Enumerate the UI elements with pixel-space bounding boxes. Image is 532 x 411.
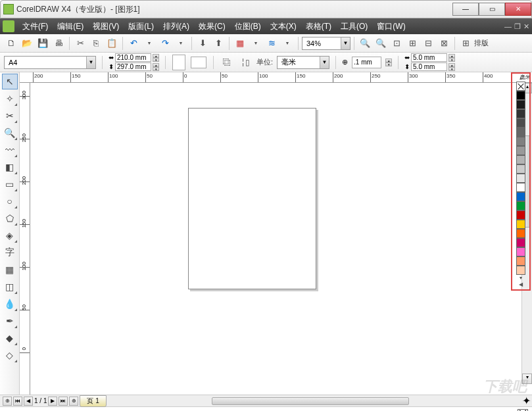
fill-tool[interactable]: ◆ [2, 330, 18, 346]
minimize-button[interactable]: — [452, 3, 479, 16]
page-layout2-icon[interactable]: ╎▯ [238, 55, 253, 70]
hscroll-thumb[interactable] [212, 397, 409, 405]
next-page-icon[interactable]: ▶ [48, 397, 57, 406]
horizontal-scrollbar[interactable] [113, 397, 521, 406]
menu-table[interactable]: 表格(T) [302, 20, 335, 34]
paper-dropdown-icon[interactable]: ▼ [86, 57, 95, 68]
menu-window[interactable]: 窗口(W) [373, 20, 409, 34]
paper-width-input[interactable] [115, 53, 151, 62]
table-tool[interactable]: ▦ [2, 262, 18, 278]
interactive-fill-tool[interactable]: ◇ [2, 347, 18, 363]
swatch-009933[interactable] [516, 201, 525, 210]
rectangle-tool[interactable]: ▭ [2, 176, 18, 192]
outline-tool[interactable]: ✒ [2, 313, 18, 329]
prev-page-icon[interactable]: ◀ [24, 397, 33, 406]
paper-height-input[interactable] [115, 62, 151, 71]
smart-fill-tool[interactable]: ◧ [2, 159, 18, 175]
dup-x-input[interactable] [411, 53, 447, 62]
launcher-dropdown-icon[interactable]: ▼ [249, 36, 263, 51]
cut-icon[interactable]: ✂ [73, 36, 87, 51]
export-icon[interactable]: ⬆ [211, 36, 226, 51]
new-icon[interactable]: 🗋 [4, 36, 18, 51]
add-page-icon[interactable]: ⊕ [3, 397, 12, 406]
swatch-ffccaa[interactable] [516, 266, 525, 275]
print-icon[interactable]: 🖶 [51, 36, 66, 51]
menu-view[interactable]: 视图(V) [89, 20, 123, 34]
basic-shapes-tool[interactable]: ◈ [2, 228, 18, 243]
polygon-tool[interactable]: ⬠ [2, 210, 18, 226]
zoom-combo[interactable]: 34% ▼ [302, 37, 351, 50]
menu-bitmap[interactable]: 位图(B) [231, 20, 265, 34]
swatch-333333[interactable] [516, 109, 525, 118]
nudge-input[interactable] [352, 57, 381, 68]
swatch-b3b3b3[interactable] [516, 155, 525, 164]
open-icon[interactable]: 📂 [20, 36, 34, 51]
swatch-e6e6e6[interactable] [516, 174, 525, 183]
zoom-tool[interactable]: 🔍 [2, 125, 18, 141]
swatch-ff9966[interactable] [516, 256, 525, 266]
ellipse-tool[interactable]: ○ [2, 193, 18, 209]
drawing-canvas[interactable] [30, 83, 532, 395]
units-combo[interactable]: 毫米 ▼ [277, 56, 329, 69]
paste-icon[interactable]: 📋 [105, 36, 119, 51]
menu-effects[interactable]: 效果(C) [195, 20, 230, 34]
swatch-000000[interactable] [516, 91, 525, 100]
import-icon[interactable]: ⬇ [195, 36, 210, 51]
no-fill-swatch[interactable] [518, 409, 528, 412]
page-layout-icon[interactable]: ⿻ [220, 55, 234, 70]
swatch-cccccc[interactable] [516, 164, 525, 174]
swatch-1a1a1a[interactable] [516, 100, 525, 109]
page-tab[interactable]: 页 1 [80, 395, 106, 407]
menu-tools[interactable]: 工具(O) [337, 20, 372, 34]
welcome-icon[interactable]: ≋ [264, 36, 279, 51]
zoom-fit-icon[interactable]: ⊡ [389, 36, 404, 51]
units-dropdown-icon[interactable]: ▼ [320, 57, 329, 68]
portrait-button[interactable] [172, 55, 185, 70]
menu-arrange[interactable]: 排列(A) [159, 20, 193, 34]
swatch-ff6600[interactable] [516, 229, 525, 238]
swatch-ffcc00[interactable] [516, 220, 525, 229]
doc-close-button[interactable]: ✕ [523, 22, 529, 31]
zoom-dropdown-icon[interactable]: ▼ [341, 37, 350, 49]
shape-tool[interactable]: ✧ [2, 91, 18, 107]
menu-edit[interactable]: 编辑(E) [53, 20, 87, 34]
crop-tool[interactable]: ✂ [2, 108, 18, 124]
first-page-icon[interactable]: ⏮ [13, 397, 22, 406]
undo-dropdown-icon[interactable]: ▼ [142, 36, 157, 51]
maximize-button[interactable]: ▭ [479, 3, 505, 16]
eyedropper-tool[interactable]: 💧 [2, 296, 18, 312]
width-down[interactable]: ▾ [153, 58, 159, 62]
zoom-selection-icon[interactable]: ⊟ [421, 36, 435, 51]
swatch-808080[interactable] [516, 137, 525, 146]
text-tool[interactable]: 字 [2, 245, 18, 260]
dup-y-input[interactable] [411, 62, 447, 71]
horizontal-ruler[interactable]: 毫米 20015010050050100150200250300350400 [20, 72, 532, 83]
landscape-button[interactable] [191, 57, 206, 68]
palette-up-icon[interactable]: ▴ [520, 75, 522, 82]
close-button[interactable]: ✕ [505, 3, 531, 16]
menu-text[interactable]: 文本(X) [266, 20, 301, 34]
zoom-page-icon[interactable]: ⊞ [405, 36, 420, 51]
save-icon[interactable]: 💾 [36, 36, 50, 51]
swatch-4d4d4d[interactable] [516, 118, 525, 128]
height-down[interactable]: ▾ [153, 67, 159, 71]
zoom-in-icon[interactable]: 🔍 [358, 36, 372, 51]
last-page-icon[interactable]: ⏭ [59, 397, 68, 406]
menu-file[interactable]: 文件(F) [18, 20, 52, 34]
freehand-tool[interactable]: 〰 [2, 142, 18, 158]
layout-label[interactable]: 排版 [474, 38, 489, 48]
swatch-999999[interactable] [516, 146, 525, 155]
redo-icon[interactable]: ↷ [158, 36, 172, 51]
swatch-cc0000[interactable] [516, 210, 525, 220]
paper-size-combo[interactable]: A4 ▼ [4, 56, 96, 69]
doc-restore-button[interactable]: ❐ [514, 22, 521, 31]
swatch-none[interactable] [516, 82, 525, 91]
scroll-down-icon[interactable]: ▾ [522, 374, 532, 384]
swatch-ffffff[interactable] [516, 183, 525, 192]
doc-minimize-button[interactable]: — [504, 22, 512, 31]
swatch-ff66cc[interactable] [516, 247, 525, 256]
zoom-all-icon[interactable]: ⊠ [437, 36, 451, 51]
palette-down-icon[interactable]: ▾ [520, 275, 522, 281]
undo-icon[interactable]: ↶ [126, 36, 141, 51]
copy-icon[interactable]: ⎘ [89, 36, 103, 51]
